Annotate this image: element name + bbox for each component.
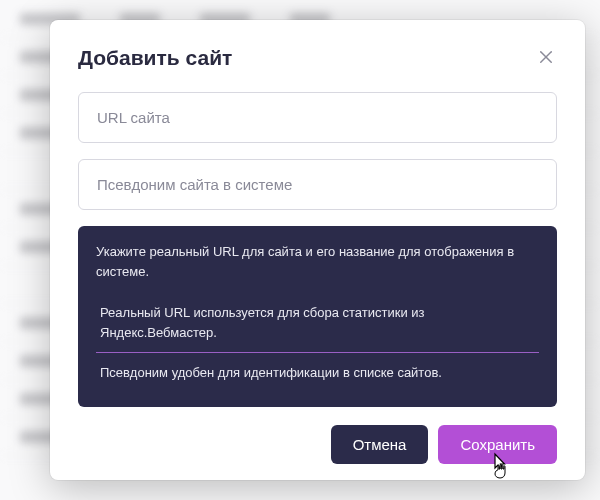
info-main-text: Укажите реальный URL для сайта и его наз… (96, 242, 539, 281)
add-site-modal: Добавить сайт Укажите реальный URL для с… (50, 20, 585, 480)
close-button[interactable] (535, 46, 557, 68)
info-box: Укажите реальный URL для сайта и его наз… (78, 226, 557, 407)
info-sub-text-1: Реальный URL используется для сбора стат… (96, 293, 539, 352)
modal-header: Добавить сайт (78, 46, 557, 70)
save-button[interactable]: Сохранить (438, 425, 557, 464)
modal-footer: Отмена Сохранить (78, 425, 557, 464)
cancel-button[interactable]: Отмена (331, 425, 429, 464)
site-url-input[interactable] (78, 92, 557, 143)
close-icon (537, 48, 555, 66)
site-alias-input[interactable] (78, 159, 557, 210)
modal-title: Добавить сайт (78, 46, 232, 70)
info-sub-text-2: Псевдоним удобен для идентификации в спи… (96, 352, 539, 393)
